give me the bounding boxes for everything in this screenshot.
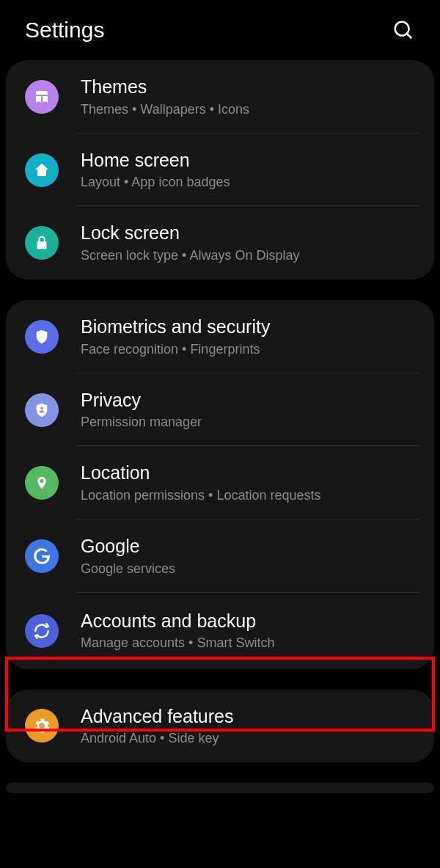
- settings-item-privacy[interactable]: Privacy Permission manager: [6, 373, 434, 447]
- text-column: Google Google services: [81, 534, 175, 578]
- item-subtitle: Themes • Wallpapers • Icons: [81, 101, 249, 119]
- settings-item-home-screen[interactable]: Home screen Layout • App icon badges: [6, 134, 434, 207]
- search-button[interactable]: [392, 18, 415, 42]
- settings-item-lock-screen[interactable]: Lock screen Screen lock type • Always On…: [6, 206, 434, 280]
- item-subtitle: Manage accounts • Smart Switch: [81, 634, 274, 652]
- settings-item-accounts-backup[interactable]: Accounts and backup Manage accounts • Sm…: [6, 593, 434, 669]
- settings-item-location[interactable]: Location Location permissions • Location…: [6, 446, 434, 519]
- item-subtitle: Google services: [81, 560, 175, 578]
- page-title: Settings: [25, 18, 104, 43]
- shield-icon: [25, 320, 59, 354]
- item-subtitle: Layout • App icon badges: [81, 173, 230, 192]
- text-column: Lock screen Screen lock type • Always On…: [81, 221, 299, 265]
- item-subtitle: Permission manager: [81, 413, 202, 431]
- lock-icon: [25, 226, 59, 260]
- settings-group: Advanced features Android Auto • Side ke…: [6, 690, 434, 763]
- home-icon: [25, 153, 59, 187]
- item-title: Lock screen: [81, 221, 299, 245]
- themes-icon: [25, 80, 59, 114]
- text-column: Privacy Permission manager: [81, 388, 202, 432]
- sync-icon: [25, 614, 59, 648]
- text-column: Location Location permissions • Location…: [81, 461, 320, 505]
- settings-item-themes[interactable]: Themes Themes • Wallpapers • Icons: [6, 60, 434, 134]
- settings-group: Themes Themes • Wallpapers • Icons Home …: [6, 60, 434, 280]
- item-subtitle: Face recognition • Fingerprints: [81, 340, 270, 359]
- privacy-shield-icon: [25, 393, 59, 427]
- location-pin-icon: [25, 466, 59, 500]
- item-subtitle: Screen lock type • Always On Display: [81, 247, 299, 265]
- svg-point-0: [395, 22, 409, 36]
- item-subtitle: Location permissions • Location requests: [81, 486, 320, 505]
- text-column: Home screen Layout • App icon badges: [81, 148, 230, 192]
- google-icon: [25, 539, 59, 573]
- item-title: Biometrics and security: [81, 315, 270, 339]
- svg-line-1: [407, 34, 411, 38]
- settings-item-biometrics[interactable]: Biometrics and security Face recognition…: [6, 300, 434, 373]
- settings-group-partial: [6, 783, 434, 793]
- text-column: Biometrics and security Face recognition…: [81, 315, 270, 359]
- text-column: Themes Themes • Wallpapers • Icons: [81, 75, 249, 119]
- settings-item-google[interactable]: Google Google services: [6, 519, 434, 593]
- header: Settings: [0, 0, 440, 60]
- item-title: Google: [81, 534, 175, 558]
- item-title: Location: [81, 461, 320, 485]
- text-column: Advanced features Android Auto • Side ke…: [81, 704, 233, 748]
- item-title: Themes: [81, 75, 249, 99]
- item-title: Advanced features: [81, 704, 233, 729]
- item-subtitle: Android Auto • Side key: [81, 729, 233, 748]
- settings-item-advanced-features[interactable]: Advanced features Android Auto • Side ke…: [6, 690, 434, 763]
- search-icon: [392, 19, 414, 41]
- item-title: Accounts and backup: [81, 609, 274, 633]
- item-title: Home screen: [81, 148, 230, 172]
- text-column: Accounts and backup Manage accounts • Sm…: [81, 609, 274, 653]
- item-title: Privacy: [81, 388, 202, 412]
- gear-icon: [25, 709, 59, 743]
- settings-group: Biometrics and security Face recognition…: [6, 300, 434, 668]
- svg-point-2: [40, 406, 43, 409]
